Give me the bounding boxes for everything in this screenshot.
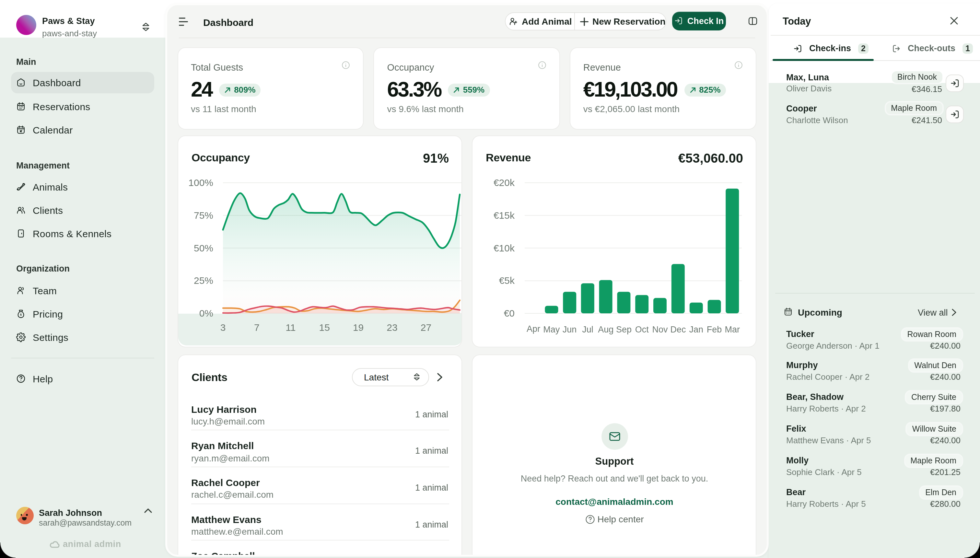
svg-text:$: $ (20, 313, 22, 316)
svg-text:€0: €0 (504, 308, 514, 318)
svg-text:Mar: Mar (725, 325, 740, 335)
svg-text:7: 7 (254, 322, 259, 333)
svg-text:Sep: Sep (616, 325, 631, 335)
svg-text:15: 15 (319, 322, 330, 333)
svg-text:17: 17 (19, 106, 23, 110)
svg-text:25%: 25% (194, 275, 213, 286)
svg-text:€20k: €20k (493, 177, 515, 188)
svg-text:Dec: Dec (670, 325, 685, 335)
svg-text:Jun: Jun (562, 325, 576, 335)
svg-text:€5k: €5k (499, 275, 515, 286)
svg-text:Oct: Oct (635, 325, 649, 335)
svg-text:Aug: Aug (598, 325, 613, 335)
svg-text:Nov: Nov (652, 325, 668, 335)
svg-text:Jul: Jul (582, 325, 593, 335)
svg-text:May: May (543, 325, 560, 335)
svg-text:€10k: €10k (493, 243, 515, 253)
svg-text:50%: 50% (194, 243, 213, 253)
svg-text:23: 23 (386, 322, 397, 333)
svg-text:75%: 75% (194, 210, 213, 221)
svg-text:Feb: Feb (706, 325, 722, 335)
svg-text:3: 3 (220, 322, 226, 333)
svg-text:Jan: Jan (689, 325, 703, 335)
svg-text:€15k: €15k (493, 210, 515, 221)
svg-text:Apr: Apr (526, 324, 540, 334)
svg-text:19: 19 (353, 322, 363, 333)
svg-text:100%: 100% (188, 177, 213, 188)
svg-text:11: 11 (285, 322, 295, 333)
svg-text:0%: 0% (199, 308, 213, 318)
svg-text:27: 27 (420, 322, 431, 333)
